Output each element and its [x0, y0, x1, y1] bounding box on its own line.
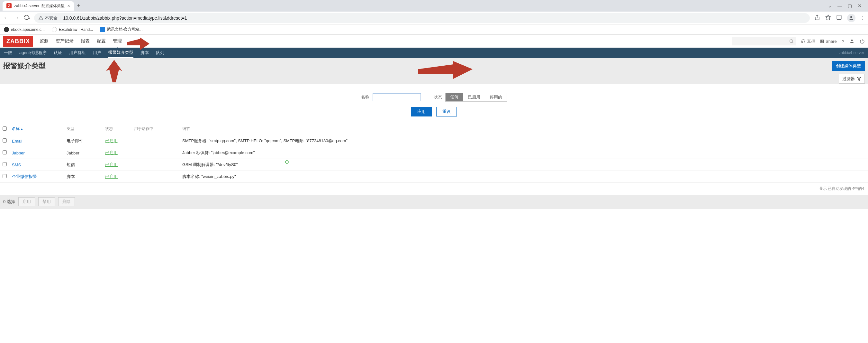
selection-count: 0 选择	[3, 199, 15, 205]
apply-button[interactable]: 应用	[411, 107, 432, 116]
profile-avatar-icon[interactable]	[847, 14, 856, 22]
bulk-enable-button[interactable]: 启用	[18, 197, 35, 206]
media-type-type: 短信	[64, 159, 102, 171]
column-used-in: 用于动作中	[131, 123, 180, 135]
nav-back-icon[interactable]: ←	[3, 15, 9, 21]
bookmark-star-icon[interactable]	[825, 15, 831, 21]
url-text: 10.0.0.61/zabbix/zabbix.php?action=media…	[63, 16, 187, 21]
status-enabled-button[interactable]: 已启用	[463, 93, 485, 102]
table-footer-text: 显示 已自动发现的 4中的4	[0, 183, 868, 195]
media-type-link[interactable]: Jabber	[12, 150, 25, 155]
column-details: 细节	[180, 123, 868, 135]
window-minimize-icon[interactable]: —	[837, 3, 842, 8]
window-controls: ⌄ — ▢ ✕	[828, 3, 865, 8]
media-type-link[interactable]: SMS	[12, 163, 21, 167]
row-checkbox[interactable]	[3, 162, 7, 166]
name-filter-input[interactable]	[373, 93, 421, 101]
table-row: Jabber Jabber 已启用 Jabber 标识符: "jabber@ex…	[0, 147, 868, 159]
media-type-details: 脚本名称: "weixin_zabbix.py"	[180, 171, 868, 183]
page-header-area: 报警媒介类型 创建媒体类型 过滤器	[0, 58, 868, 84]
name-filter-field: 名称	[361, 93, 421, 101]
window-close-icon[interactable]: ✕	[858, 3, 862, 8]
row-checkbox[interactable]	[3, 174, 7, 178]
main-menu-inventory[interactable]: 资产记录	[55, 35, 74, 47]
extensions-icon[interactable]	[836, 15, 842, 21]
bookmark-item[interactable]: 腾讯文档-官方网站...	[100, 27, 143, 32]
status-any-button[interactable]: 任何	[445, 93, 463, 102]
main-menu-config[interactable]: 配置	[96, 35, 106, 47]
submenu-queue[interactable]: 队列	[156, 48, 164, 58]
svg-point-8	[851, 39, 852, 41]
media-types-table: 名称 类型 状态 用于动作中 细节 Email 电子邮件 已启用 SMTP服务器…	[0, 123, 868, 195]
main-menu-admin[interactable]: 管理	[112, 35, 123, 47]
support-link[interactable]: 支持	[801, 38, 815, 44]
media-type-link[interactable]: 企业微信报警	[12, 174, 37, 179]
svg-point-5	[850, 16, 852, 18]
media-type-details: Jabber 标识符: "jabber@example.com"	[180, 147, 868, 159]
create-media-type-button[interactable]: 创建媒体类型	[832, 61, 865, 71]
power-icon[interactable]	[860, 38, 865, 44]
browser-menu-icon[interactable]: ⋮	[861, 16, 865, 20]
status-disabled-button[interactable]: 停用的	[485, 93, 507, 102]
nav-reload-icon[interactable]	[24, 15, 30, 21]
bookmarks-bar: ebook.apecome.c... Excalidraw | Hand... …	[0, 25, 868, 35]
bulk-delete-button[interactable]: 删除	[58, 197, 75, 206]
submenu-scripts[interactable]: 脚本	[141, 48, 149, 58]
submenu-general[interactable]: 一般	[4, 48, 12, 58]
tab-title-text: zabbix4-server: 配置媒体类型	[14, 3, 65, 9]
tab-bar: Z zabbix4-server: 配置媒体类型 × + ⌄ — ▢ ✕	[0, 0, 868, 11]
share-icon[interactable]	[814, 15, 820, 21]
url-bar[interactable]: 不安全 | 10.0.0.61/zabbix/zabbix.php?action…	[34, 13, 810, 23]
main-menu-monitor[interactable]: 监测	[39, 35, 49, 47]
row-checkbox[interactable]	[3, 150, 7, 154]
submenu-users[interactable]: 用户	[93, 48, 101, 58]
bookmark-item[interactable]: Excalidraw | Hand...	[52, 27, 93, 32]
status-toggle[interactable]: 已启用	[105, 138, 118, 143]
media-type-link[interactable]: Email	[12, 139, 23, 143]
help-link[interactable]: ?	[842, 39, 844, 44]
page-title: 报警媒介类型	[3, 61, 45, 71]
submenu-mediatypes[interactable]: 报警媒介类型	[108, 48, 133, 58]
status-toggle[interactable]: 已启用	[105, 162, 118, 167]
reset-button[interactable]: 重设	[436, 107, 457, 116]
browser-nav-bar: ← → 不安全 | 10.0.0.61/zabbix/zabbix.php?ac…	[0, 11, 868, 25]
select-all-checkbox[interactable]	[3, 126, 7, 131]
bookmark-item[interactable]: ebook.apecome.c...	[4, 27, 45, 32]
bulk-action-bar: 0 选择 启用 禁用 删除	[0, 195, 868, 209]
headset-icon	[801, 39, 806, 44]
status-toggle[interactable]: 已启用	[105, 150, 118, 155]
window-dropdown-icon[interactable]: ⌄	[828, 3, 832, 8]
submenu-auth[interactable]: 认证	[54, 48, 62, 58]
server-label: zabbix4-server	[839, 51, 864, 55]
submenu-proxies[interactable]: agent代理程序	[19, 48, 46, 58]
zabbix-logo[interactable]: ZABBIX	[3, 36, 33, 47]
browser-tab[interactable]: Z zabbix4-server: 配置媒体类型 ×	[3, 1, 74, 10]
tab-close-icon[interactable]: ×	[67, 3, 70, 8]
filter-panel: 名称 状态 任何 已启用 停用的 应用 重设	[0, 87, 868, 122]
filter-toggle-button[interactable]: 过滤器	[839, 74, 865, 84]
svg-marker-3	[826, 15, 831, 20]
window-maximize-icon[interactable]: ▢	[848, 3, 852, 8]
svg-marker-10	[857, 77, 861, 81]
row-checkbox[interactable]	[3, 138, 7, 143]
filter-icon	[857, 77, 861, 81]
name-filter-label: 名称	[361, 94, 369, 100]
user-icon[interactable]	[849, 38, 855, 44]
bulk-disable-button[interactable]: 禁用	[38, 197, 55, 206]
main-menu: 监测 资产记录 报表 配置 管理	[39, 35, 123, 47]
media-type-type: 脚本	[64, 171, 102, 183]
search-input[interactable]	[732, 37, 796, 46]
submenu-usergroups[interactable]: 用户群组	[69, 48, 86, 58]
browser-chrome: Z zabbix4-server: 配置媒体类型 × + ⌄ — ▢ ✕ ← →…	[0, 0, 868, 35]
status-segmented: 任何 已启用 停用的	[445, 93, 507, 102]
media-type-type: Jabber	[64, 147, 102, 159]
sub-menu: 一般 agent代理程序 认证 用户群组 用户 报警媒介类型 脚本 队列 zab…	[0, 48, 868, 58]
column-name[interactable]: 名称	[9, 123, 64, 135]
main-menu-reports[interactable]: 报表	[80, 35, 90, 47]
new-tab-button[interactable]: +	[77, 3, 81, 9]
share-link[interactable]: Z Share	[820, 39, 837, 44]
svg-rect-4	[837, 15, 841, 20]
insecure-warning: 不安全 |	[38, 15, 60, 21]
status-toggle[interactable]: 已启用	[105, 174, 118, 179]
nav-forward-icon[interactable]: →	[13, 15, 19, 21]
